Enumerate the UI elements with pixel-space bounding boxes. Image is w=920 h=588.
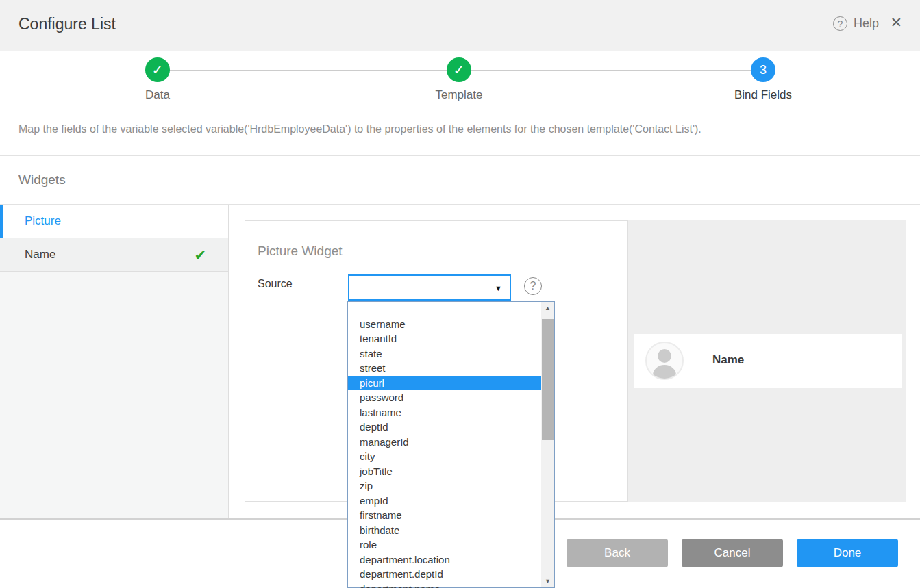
- check-icon: ✓: [152, 63, 164, 77]
- dropdown-option[interactable]: state: [348, 346, 542, 361]
- help-icon: ?: [833, 16, 847, 31]
- dropdown-option[interactable]: zip: [348, 478, 542, 494]
- dropdown-option[interactable]: tenantId: [348, 331, 542, 346]
- step-label: Template: [390, 88, 527, 102]
- wizard-stepper: ✓ Data ✓ Template 3 Bind Fields: [0, 51, 920, 105]
- page-title: Configure List: [18, 15, 116, 34]
- step-complete-icon: ✓: [145, 57, 170, 82]
- scrollbar-thumb[interactable]: [542, 319, 554, 440]
- widgets-title: Widgets: [18, 172, 66, 188]
- dropdown-option[interactable]: [348, 302, 542, 317]
- source-label: Source: [258, 278, 293, 290]
- help-button[interactable]: ? Help: [833, 16, 879, 31]
- step-label: Bind Fields: [695, 88, 832, 102]
- dropdown-option[interactable]: firstname: [348, 508, 542, 523]
- configure-list-dialog: Configure List ? Help ✕ ✓ Data ✓ Templat…: [0, 0, 920, 588]
- dropdown-option[interactable]: managerId: [348, 435, 542, 450]
- sidebar-item-picture[interactable]: Picture: [0, 205, 228, 238]
- step-complete-icon: ✓: [447, 57, 471, 82]
- widgets-sidebar: Picture Name ✔: [0, 205, 229, 518]
- help-label: Help: [854, 16, 879, 31]
- dropdown-option[interactable]: birthdate: [348, 523, 542, 538]
- dropdown-option[interactable]: username: [348, 317, 542, 332]
- check-icon: ✓: [453, 63, 465, 77]
- step-label: Data: [89, 88, 226, 102]
- dropdown-option[interactable]: lastname: [348, 405, 542, 420]
- dropdown-option[interactable]: department.name: [348, 582, 542, 588]
- source-help-icon[interactable]: ?: [524, 277, 542, 295]
- dropdown-option[interactable]: department.deptId: [348, 567, 542, 582]
- step-template[interactable]: ✓ Template: [390, 51, 527, 102]
- step-data[interactable]: ✓ Data: [89, 51, 226, 102]
- cancel-button[interactable]: Cancel: [682, 539, 783, 567]
- preview-item-label: Name: [712, 353, 744, 367]
- dropdown-option[interactable]: password: [348, 390, 542, 405]
- source-dropdown-list: usernametenantIdstatestreetpicurlpasswor…: [348, 302, 542, 588]
- widgets-section-header: Widgets: [0, 156, 920, 205]
- source-select[interactable]: ▼: [348, 274, 511, 301]
- dropdown-option[interactable]: city: [348, 449, 542, 464]
- dropdown-option[interactable]: role: [348, 537, 542, 552]
- chevron-down-icon: ▼: [495, 284, 502, 292]
- step-number-icon: 3: [751, 57, 775, 82]
- sidebar-item-label: Name: [25, 248, 55, 261]
- scroll-up-icon[interactable]: ▲: [541, 302, 554, 314]
- dropdown-scrollbar[interactable]: ▲ ▼: [541, 302, 554, 587]
- panel-title: Picture Widget: [258, 244, 343, 259]
- source-dropdown: usernametenantIdstatestreetpicurlpasswor…: [347, 301, 555, 588]
- close-icon[interactable]: ✕: [890, 15, 902, 29]
- step-bind-fields[interactable]: 3 Bind Fields: [695, 51, 832, 102]
- person-icon: [647, 343, 682, 379]
- dropdown-option[interactable]: jobTitle: [348, 464, 542, 479]
- done-button[interactable]: Done: [797, 539, 898, 567]
- dropdown-option[interactable]: empId: [348, 494, 542, 509]
- dropdown-option[interactable]: department.location: [348, 552, 542, 567]
- back-button[interactable]: Back: [567, 539, 668, 567]
- dropdown-option[interactable]: picurl: [348, 376, 542, 391]
- dropdown-option[interactable]: deptId: [348, 420, 542, 435]
- dropdown-option[interactable]: street: [348, 361, 542, 376]
- scroll-down-icon[interactable]: ▼: [541, 575, 554, 587]
- preview-contact-card: Name: [634, 334, 902, 388]
- description-section: Map the fields of the variable selected …: [0, 105, 920, 156]
- sidebar-item-label: Picture: [25, 214, 61, 228]
- template-preview-panel: Name: [628, 220, 906, 502]
- avatar: [645, 342, 684, 380]
- description-text: Map the fields of the variable selected …: [18, 123, 701, 136]
- sidebar-item-name[interactable]: Name ✔: [0, 238, 228, 272]
- bound-check-icon: ✔: [194, 247, 206, 264]
- dialog-header: Configure List ? Help ✕: [0, 0, 920, 51]
